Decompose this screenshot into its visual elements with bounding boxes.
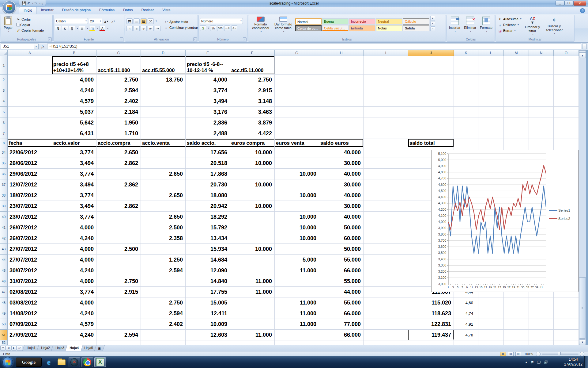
cell-I3[interactable] — [364, 85, 408, 96]
cell-F50[interactable] — [230, 319, 275, 330]
cell-I41[interactable] — [364, 222, 408, 233]
tray-expand-icon[interactable]: ▲ — [525, 361, 528, 364]
cell-F47[interactable]: 11.000 — [230, 287, 275, 297]
cell-G4[interactable] — [275, 96, 319, 107]
font-dialog-launcher-icon[interactable]: ⌐ — [120, 37, 123, 41]
cell-D7[interactable] — [141, 128, 186, 139]
cell-H3[interactable] — [319, 85, 364, 96]
cell-K2[interactable] — [454, 75, 478, 85]
cell-D40[interactable]: 2.650 — [141, 212, 186, 222]
cell-L7[interactable] — [478, 128, 504, 139]
cell-J2[interactable] — [408, 75, 454, 85]
row-header-40[interactable]: 40 — [0, 212, 8, 222]
orientation-icon[interactable]: ⤧ — [148, 18, 154, 24]
cell-H50[interactable]: 77.000 — [319, 319, 364, 330]
cell-C44[interactable] — [96, 255, 141, 265]
taskbar-explorer-folder-icon[interactable] — [56, 357, 67, 367]
cell-A1[interactable] — [8, 56, 52, 75]
cell-O7[interactable] — [554, 128, 579, 139]
cell-D46[interactable] — [141, 276, 186, 287]
cell-B51[interactable]: 4,240 — [52, 330, 96, 340]
cell-D50[interactable]: 2.402 — [141, 319, 186, 330]
cell-F45[interactable] — [230, 265, 275, 276]
cell-A46[interactable]: 31/07/2012 — [8, 276, 52, 287]
cell-C8[interactable]: accio.compra — [96, 139, 141, 147]
cell-J1[interactable] — [408, 56, 454, 75]
cell-E39[interactable]: 20.942 — [186, 201, 230, 212]
row-header-48[interactable]: 48 — [0, 297, 8, 308]
cell-F51[interactable]: 11.000 — [230, 330, 275, 340]
taskbar-excel-icon[interactable]: X — [94, 357, 106, 367]
row-header-44[interactable]: 44 — [0, 255, 8, 265]
normal-view-icon[interactable]: ▦ — [500, 352, 506, 356]
row-header-8[interactable]: 8 — [0, 139, 8, 147]
bold-button[interactable]: N — [55, 26, 61, 31]
cell-A47[interactable]: 02/08/2012 — [8, 287, 52, 297]
name-box[interactable]: J51 — [1, 44, 34, 49]
cell-style-normal[interactable]: Normal — [295, 18, 322, 25]
cell-F43[interactable]: 10.000 — [230, 244, 275, 255]
row-header-3[interactable]: 3 — [0, 85, 8, 96]
cell-I46[interactable] — [364, 276, 408, 287]
cell-J50[interactable]: 122.831 — [408, 319, 454, 330]
cell-M3[interactable] — [504, 85, 529, 96]
cell-D38[interactable]: 2.650 — [141, 190, 186, 201]
zoom-in-icon[interactable]: + — [580, 352, 584, 356]
cell-D34[interactable] — [141, 147, 186, 158]
currency-format-icon[interactable]: $ — [200, 25, 206, 31]
cell-I37[interactable] — [364, 179, 408, 190]
cell-K48[interactable]: 4,60 — [454, 297, 478, 308]
cell-J49[interactable]: 118.623 — [408, 308, 454, 319]
cell-I5[interactable] — [364, 107, 408, 117]
cell-A2[interactable] — [8, 75, 52, 85]
cell-H6[interactable] — [319, 117, 364, 128]
cell-C5[interactable]: 2.184 — [96, 107, 141, 117]
cell-C50[interactable] — [96, 319, 141, 330]
cell-B34[interactable]: 3,774 — [52, 147, 96, 158]
cell-F8[interactable]: euros compra — [230, 139, 275, 147]
delete-cells-button[interactable]: ✕ Eliminar▾ — [462, 16, 478, 33]
row-header-49[interactable]: 49 — [0, 308, 8, 319]
cell-L8[interactable] — [478, 139, 504, 147]
cell-B6[interactable]: 5,642 — [52, 117, 96, 128]
cell-J3[interactable] — [408, 85, 454, 96]
copy-button[interactable]: Copiar — [15, 23, 45, 27]
cell-E46[interactable]: 14.840 — [186, 276, 230, 287]
cell-L2[interactable] — [478, 75, 504, 85]
cell-E5[interactable]: 3,176 — [186, 107, 230, 117]
cell-style-buena[interactable]: Buena — [322, 18, 349, 25]
cell-K49[interactable]: 4,74 — [454, 308, 478, 319]
cell-N52[interactable] — [529, 340, 554, 345]
cell-G1[interactable] — [275, 56, 319, 75]
cell-O4[interactable] — [554, 96, 579, 107]
scroll-up-icon[interactable]: ▲ — [579, 53, 586, 58]
autosum-button[interactable]: ΣAutosuma▾ — [497, 17, 522, 21]
cell-A50[interactable]: 07/09/2012 — [8, 319, 52, 330]
column-header-B[interactable]: B — [52, 50, 96, 56]
cell-H48[interactable]: 55.000 — [319, 297, 364, 308]
row-header-45[interactable]: 45 — [0, 265, 8, 276]
cell-B44[interactable]: 4,000 — [52, 255, 96, 265]
next-sheet-icon[interactable]: ▶ — [11, 346, 17, 351]
cell-E48[interactable]: 15.005 — [186, 297, 230, 308]
cell-B35[interactable]: 3,494 — [52, 158, 96, 169]
cell-O3[interactable] — [554, 85, 579, 96]
cell-A39[interactable]: 23/07/2012 — [8, 201, 52, 212]
tray-volume-icon[interactable]: 🔊 — [544, 360, 548, 364]
page-break-view-icon[interactable]: ▥ — [515, 352, 521, 356]
cell-style-notas[interactable]: Notas — [376, 25, 402, 31]
cell-G50[interactable]: 11.000 — [275, 319, 319, 330]
cell-K7[interactable] — [454, 128, 478, 139]
cell-L49[interactable] — [478, 308, 504, 319]
cell-G5[interactable] — [275, 107, 319, 117]
cell-O50[interactable] — [554, 319, 579, 330]
cell-G2[interactable] — [275, 75, 319, 85]
cell-L51[interactable] — [478, 330, 504, 340]
cell-style-celda-de-co-[interactable]: Celda de co... — [295, 25, 322, 31]
cell-C4[interactable]: 2.402 — [96, 96, 141, 107]
cell-H45[interactable]: 66.000 — [319, 265, 364, 276]
cell-I6[interactable] — [364, 117, 408, 128]
cell-B38[interactable]: 3,774 — [52, 190, 96, 201]
merge-center-button[interactable]: ⇔Combinar y centrar▾ — [163, 25, 202, 30]
underline-button[interactable]: S — [69, 26, 75, 31]
